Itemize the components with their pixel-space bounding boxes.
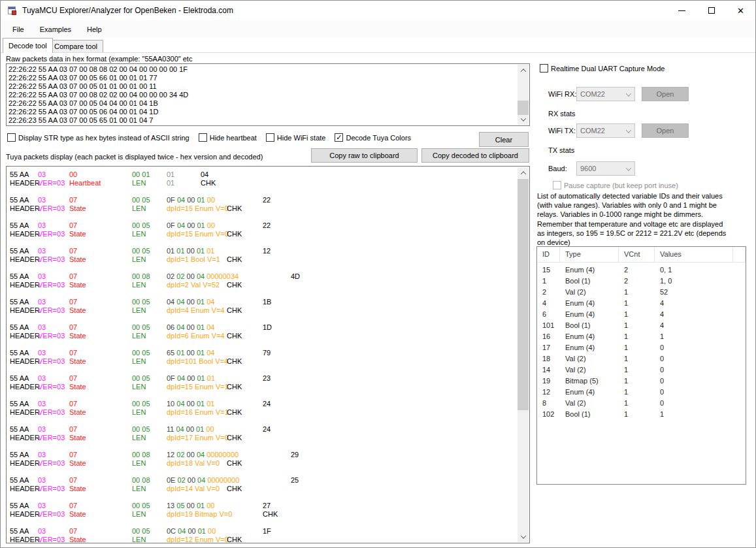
clear-button[interactable]: Clear	[479, 132, 529, 147]
checksum-byte: 12	[263, 247, 271, 255]
column-header-id[interactable]: ID	[537, 247, 560, 263]
data-byte: 02	[174, 451, 184, 459]
length-label: LEN	[132, 281, 146, 289]
rx-stats-label: RX stats	[548, 110, 576, 118]
checkbox-hide-heartbeat[interactable]: Hide heartbeat	[199, 133, 257, 142]
wifi-tx-label: WiFi TX:	[548, 127, 576, 135]
copy-decoded-button[interactable]: Copy decoded to clipboard	[421, 148, 529, 163]
table-row[interactable]: 17Enum (4)10	[537, 342, 746, 353]
header-bytes: 55 AA	[10, 476, 29, 485]
checksum-byte: 04	[201, 170, 208, 179]
variables-table-header[interactable]: IDTypeVCntValues	[537, 247, 746, 263]
data-byte: 00	[185, 221, 195, 229]
decoded-scrollbar-thumb[interactable]	[518, 179, 529, 410]
length-label: LEN	[132, 255, 146, 264]
value-bytes: 04	[205, 323, 214, 331]
value-bytes: 00	[205, 196, 215, 204]
close-button[interactable]: ✕	[726, 1, 755, 20]
raw-packet-line: 22:26:23 55 AA 03 07 00 05 65 01 00 01 0…	[8, 116, 516, 125]
checkbox-label: Hide heartbeat	[210, 134, 257, 142]
command-label: State	[69, 306, 86, 315]
table-row[interactable]: 2Val (2)152	[537, 287, 746, 298]
data-bytes: 0C 04 00 01 00	[167, 527, 216, 536]
table-row[interactable]: 12Enum (4)10	[537, 387, 746, 398]
header-bytes: 55 AA	[10, 425, 29, 434]
table-row[interactable]: 6Enum (4)14	[537, 309, 746, 320]
table-cell: 101	[537, 320, 560, 331]
table-row[interactable]: 101Bool (1)14	[537, 320, 746, 331]
length-bytes: 00 05	[132, 221, 150, 230]
table-row[interactable]: 1Bool (1)21, 0	[537, 276, 746, 287]
checkbox-decode-tuya-colors[interactable]: ✓Decode Tuya Colors	[335, 133, 411, 142]
menu-item-help[interactable]: Help	[79, 22, 110, 37]
scroll-up-icon[interactable]	[518, 65, 529, 76]
data-byte: 05	[174, 502, 184, 509]
open-rx-button[interactable]: Open	[642, 87, 689, 101]
data-byte: 04	[174, 425, 184, 433]
table-cell: Enum (4)	[560, 342, 619, 353]
length-bytes: 00 05	[132, 196, 150, 204]
data-byte: 04	[174, 298, 184, 306]
wifi-rx-combobox[interactable]: COM22	[576, 87, 635, 101]
data-byte: 00	[185, 247, 195, 255]
checkbox-label: Realtime Dual UART Capture Mode	[551, 65, 665, 73]
scroll-up-icon[interactable]	[518, 167, 529, 178]
header-label: HEADER	[10, 306, 40, 315]
checkbox-box	[266, 133, 274, 142]
scroll-down-icon[interactable]	[518, 531, 529, 542]
table-cell-filler	[733, 265, 746, 276]
maximize-button[interactable]	[697, 1, 726, 20]
checksum-label: CHK	[227, 255, 242, 264]
checkbox-label: Decode Tuya Colors	[346, 134, 411, 142]
version-byte: 03	[38, 476, 46, 485]
baud-combobox[interactable]: 9600	[576, 161, 635, 176]
checksum-label: CHK	[227, 408, 242, 417]
copy-raw-button[interactable]: Copy raw to clipboard	[311, 148, 418, 163]
data-byte: 04	[175, 196, 185, 204]
table-row[interactable]: 102Bool (1)11	[537, 409, 746, 420]
realtime-capture-checkbox[interactable]: Realtime Dual UART Capture Mode	[540, 64, 665, 73]
raw-scrollbar[interactable]	[518, 65, 529, 125]
baud-value: 9600	[580, 165, 596, 172]
table-row[interactable]: 8Val (2)10	[537, 398, 746, 409]
checkbox-box	[540, 64, 548, 73]
tab-compare-tool[interactable]: Compare tool	[48, 40, 103, 53]
table-row[interactable]: 18Val (2)10	[537, 353, 746, 364]
column-header-type[interactable]: Type	[560, 247, 619, 263]
table-row[interactable]: 4Enum (4)14	[537, 298, 746, 309]
checksum-byte: 23	[263, 374, 271, 383]
variables-table[interactable]: IDTypeVCntValues 15Enum (4)20, 11Bool (1…	[536, 246, 746, 485]
data-byte: 04	[195, 272, 205, 280]
checkbox-hide-wifi-state[interactable]: Hide WiFi state	[266, 133, 326, 142]
minimize-button[interactable]	[667, 1, 697, 20]
raw-scrollbar-thumb[interactable]	[518, 101, 529, 115]
packet-hex-line: 55 AA030700 0802 02 00 04 000000344D	[10, 272, 518, 281]
wifi-tx-combobox[interactable]: COM22	[576, 123, 635, 138]
table-row[interactable]: 16Enum (4)11	[537, 331, 746, 342]
command-byte: 07	[69, 425, 77, 434]
decoded-packets-panel[interactable]: 55 AA030000 010104HEADERVER=03HeartbeatL…	[6, 166, 530, 543]
header-label: HEADER	[10, 383, 40, 391]
raw-packets-textbox[interactable]: 22:26:22 55 AA 03 07 00 08 08 02 00 04 0…	[6, 63, 530, 126]
tab-decode-tool[interactable]: Decode tool	[3, 38, 53, 53]
menu-item-examples[interactable]: Examples	[32, 22, 79, 37]
command-byte: 07	[69, 272, 77, 281]
scroll-down-icon[interactable]	[518, 114, 529, 125]
data-byte: 01	[167, 170, 174, 178]
decoded-scrollbar[interactable]	[518, 167, 529, 542]
data-byte: 01	[174, 247, 184, 255]
open-tx-button[interactable]: Open	[642, 123, 689, 138]
table-row[interactable]: 14Val (2)10	[537, 364, 746, 376]
column-header-values[interactable]: Values	[655, 247, 733, 263]
data-bytes: 12 02 00 04 00000000	[167, 451, 238, 459]
packet-hex-line: 55 AA030700 0506 04 00 01 041D	[10, 323, 518, 332]
table-row[interactable]: 19Bitmap (5)10	[537, 376, 746, 387]
table-cell-filler	[733, 309, 746, 320]
checkbox-display-str-type[interactable]: Display STR type as hex bytes instead of…	[7, 133, 189, 142]
length-bytes: 00 05	[132, 527, 150, 536]
menu-item-file[interactable]: File	[5, 22, 32, 37]
title-bar: TuyaMCU Explorer/Analyzer for OpenBeken …	[1, 1, 755, 20]
column-header-vcnt[interactable]: VCnt	[619, 247, 655, 263]
checksum-label: CHK	[263, 510, 278, 519]
table-row[interactable]: 15Enum (4)20, 1	[537, 265, 746, 276]
